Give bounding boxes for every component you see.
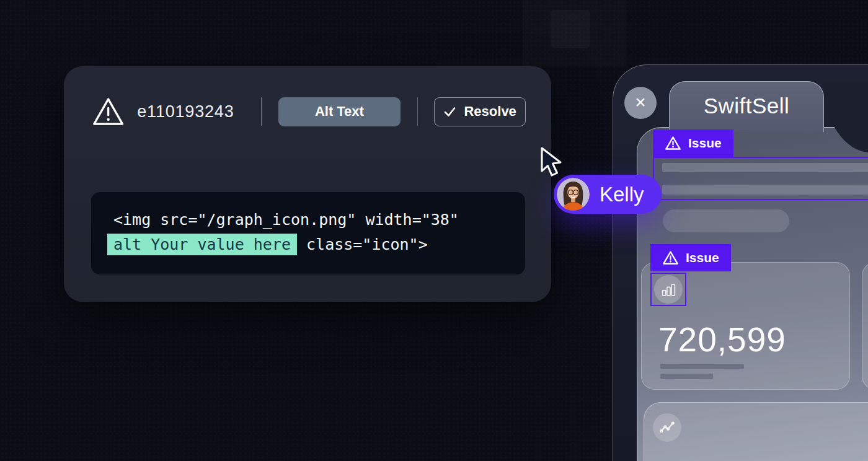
issue-element-outline [650, 273, 686, 306]
metric-icon-circle [654, 275, 683, 304]
divider [261, 97, 262, 126]
close-button[interactable]: × [624, 87, 657, 119]
resolve-button-label: Resolve [464, 103, 516, 120]
app-window: SwiftSell × Issue Issue 720,5 [613, 64, 868, 461]
avatar [557, 178, 590, 211]
placeholder-bar [662, 185, 868, 195]
close-icon: × [635, 93, 646, 112]
side-card [862, 262, 868, 390]
resolve-button[interactable]: Resolve [434, 97, 526, 126]
background-shape [551, 10, 590, 48]
code-line-2-rest: class="icon"> [297, 235, 428, 253]
card-header: e110193243 Alt Text Resolve [92, 97, 526, 126]
metric-placeholder-bar [660, 364, 744, 369]
warning-triangle-icon [665, 136, 681, 151]
issue-badge-label: Issue [688, 136, 722, 151]
bar-chart-icon [661, 282, 676, 297]
page-title: SwiftSell [704, 94, 790, 121]
arrow-cursor-icon [539, 147, 566, 182]
divider [417, 97, 418, 126]
collaborator-name: Kelly [600, 183, 644, 206]
metric-value: 720,599 [658, 320, 786, 359]
issue-detail-card: e110193243 Alt Text Resolve Suggested fi… [64, 66, 551, 302]
alt-text-button-label: Alt Text [315, 103, 364, 120]
browser-tab[interactable]: SwiftSell [669, 81, 824, 132]
code-line-1: <img src="/graph_icon.png" width="38" [113, 208, 503, 232]
collaborator-pill: Kelly [554, 175, 662, 214]
issue-badge-label: Issue [686, 250, 719, 265]
alt-text-button[interactable]: Alt Text [278, 97, 401, 126]
code-block: <img src="/graph_icon.png" width="38" al… [91, 192, 525, 274]
placeholder-bar [662, 163, 868, 172]
placeholder-pill [663, 209, 789, 232]
metric-placeholder-bar [660, 374, 713, 379]
line-chart-icon [659, 419, 675, 436]
code-line-2: alt Your value here class="icon"> [113, 232, 503, 257]
check-icon [443, 105, 456, 118]
bottom-panel [644, 402, 868, 461]
code-highlight[interactable]: alt Your value here [107, 234, 297, 255]
stage: SwiftSell × Issue Issue 720,5 [0, 0, 868, 461]
issue-badge[interactable]: Issue [650, 244, 731, 271]
warning-triangle-icon [92, 96, 125, 127]
issue-id: e110193243 [137, 102, 234, 121]
warning-triangle-icon [662, 250, 679, 265]
issue-badge[interactable]: Issue [653, 130, 733, 157]
panel-icon-circle [653, 413, 681, 442]
